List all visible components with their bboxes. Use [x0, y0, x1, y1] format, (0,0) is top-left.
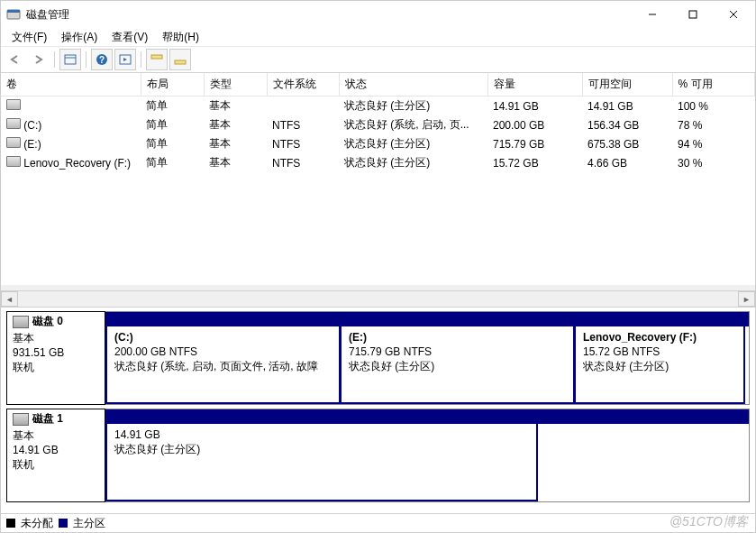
cell-fs: NTFS — [267, 134, 339, 153]
cell-free: 14.91 GB — [582, 96, 672, 116]
partition[interactable]: (C:)200.00 GB NTFS状态良好 (系统, 启动, 页面文件, 活动… — [105, 326, 340, 404]
separator — [141, 51, 141, 68]
col-volume[interactable]: 卷 — [1, 73, 141, 96]
col-fs[interactable]: 文件系统 — [267, 73, 339, 96]
cell-capacity: 15.72 GB — [487, 153, 582, 172]
legend: 未分配 主分区 — [1, 513, 755, 532]
drive-icon — [6, 137, 21, 148]
partition-name: (C:) — [114, 330, 332, 345]
svg-rect-3 — [689, 11, 697, 18]
volume-list[interactable]: 卷 布局 类型 文件系统 状态 容量 可用空间 % 可用 简单基本状态良好 (主… — [1, 73, 755, 290]
cell-pct: 100 % — [672, 96, 755, 116]
cell-pct: 30 % — [672, 153, 755, 172]
cell-free: 156.34 GB — [582, 115, 672, 134]
legend-unallocated-label: 未分配 — [21, 516, 53, 531]
cell-capacity: 715.79 GB — [487, 134, 582, 153]
menu-view[interactable]: 查看(V) — [105, 28, 155, 47]
drive-icon — [6, 99, 21, 110]
cell-capacity: 200.00 GB — [487, 115, 582, 134]
cell-layout: 简单 — [141, 115, 204, 134]
col-status[interactable]: 状态 — [339, 73, 487, 96]
cell-layout: 简单 — [141, 134, 204, 153]
separator — [54, 51, 55, 68]
partition[interactable]: (E:)715.79 GB NTFS状态良好 (主分区) — [340, 326, 574, 404]
disk-row[interactable]: 磁盘 0基本931.51 GB联机(C:)200.00 GB NTFS状态良好 … — [6, 311, 750, 405]
partition[interactable]: 14.91 GB状态良好 (主分区) — [105, 424, 538, 501]
refresh-button[interactable] — [114, 49, 136, 70]
col-pct[interactable]: % 可用 — [672, 73, 755, 96]
partition[interactable]: Lenovo_Recovery (F:)15.72 GB NTFS状态良好 (主… — [574, 326, 745, 404]
nav-back-button[interactable] — [5, 49, 26, 70]
close-button[interactable] — [713, 1, 753, 28]
disk-header[interactable]: 磁盘 1基本14.91 GB联机 — [6, 409, 105, 502]
svg-rect-12 — [175, 60, 186, 64]
maximize-button[interactable] — [672, 1, 713, 28]
menu-file[interactable]: 文件(F) — [5, 28, 54, 47]
volume-name: (C:) — [23, 119, 41, 132]
scroll-track[interactable] — [18, 291, 738, 307]
col-layout[interactable]: 布局 — [141, 73, 204, 96]
nav-forward-button[interactable] — [28, 49, 50, 70]
svg-rect-6 — [65, 55, 76, 64]
partition-size: 14.91 GB — [114, 427, 529, 442]
cell-pct: 94 % — [672, 134, 755, 153]
table-row[interactable]: (C:)简单基本NTFS状态良好 (系统, 启动, 页...200.00 GB1… — [1, 115, 755, 134]
drive-icon — [6, 118, 21, 129]
disk-state: 联机 — [13, 457, 99, 472]
col-type[interactable]: 类型 — [204, 73, 267, 96]
svg-text:?: ? — [99, 55, 105, 65]
partition-header-bar — [105, 409, 749, 424]
table-row[interactable]: Lenovo_Recovery (F:)简单基本NTFS状态良好 (主分区)15… — [1, 153, 755, 172]
partition-status: 状态良好 (系统, 启动, 页面文件, 活动, 故障 — [114, 359, 332, 373]
partition-status: 状态良好 (主分区) — [349, 359, 566, 373]
partition-bar: (C:)200.00 GB NTFS状态良好 (系统, 启动, 页面文件, 活动… — [105, 311, 750, 405]
toolbar: ? — [1, 47, 755, 73]
cell-status: 状态良好 (主分区) — [339, 153, 487, 172]
disk-row[interactable]: 磁盘 1基本14.91 GB联机14.91 GB状态良好 (主分区) — [6, 409, 750, 502]
cell-status: 状态良好 (主分区) — [339, 134, 487, 153]
disk-size: 14.91 GB — [13, 443, 99, 457]
scroll-right-icon[interactable]: ► — [738, 291, 755, 307]
cell-type: 基本 — [204, 134, 267, 153]
disk-header[interactable]: 磁盘 0基本931.51 GB联机 — [6, 311, 105, 405]
table-row[interactable]: 简单基本状态良好 (主分区)14.91 GB14.91 GB100 % — [1, 96, 755, 116]
col-free[interactable]: 可用空间 — [582, 73, 672, 96]
disk-icon — [13, 316, 29, 328]
drive-icon — [6, 156, 21, 167]
cell-free: 4.66 GB — [582, 153, 672, 172]
settings-top-button[interactable] — [146, 49, 168, 70]
cell-type: 基本 — [204, 153, 267, 172]
settings-bottom-button[interactable] — [169, 49, 191, 70]
volume-name: (E:) — [23, 138, 41, 151]
partition-header-bar — [105, 312, 749, 326]
partition-name: (E:) — [349, 330, 566, 345]
disk-graphic-view[interactable]: 磁盘 0基本931.51 GB联机(C:)200.00 GB NTFS状态良好 … — [1, 307, 755, 513]
cell-layout: 简单 — [141, 96, 204, 116]
list-scrollbar[interactable]: ◄ ► — [1, 290, 755, 307]
cell-fs — [267, 96, 339, 116]
table-row[interactable]: (E:)简单基本NTFS状态良好 (主分区)715.79 GB675.38 GB… — [1, 134, 755, 153]
partition-name: Lenovo_Recovery (F:) — [583, 330, 736, 345]
menu-help[interactable]: 帮助(H) — [155, 28, 206, 47]
minimize-button[interactable] — [632, 1, 672, 28]
col-capacity[interactable]: 容量 — [487, 73, 582, 96]
column-header-row[interactable]: 卷 布局 类型 文件系统 状态 容量 可用空间 % 可用 — [1, 73, 755, 96]
scroll-left-icon[interactable]: ◄ — [1, 291, 18, 307]
cell-status: 状态良好 (系统, 启动, 页... — [339, 115, 487, 134]
disk-size: 931.51 GB — [13, 345, 99, 360]
disk-icon — [13, 413, 29, 426]
svg-rect-11 — [151, 55, 162, 59]
volume-name: Lenovo_Recovery (F:) — [23, 157, 131, 170]
titlebar: 磁盘管理 — [1, 1, 755, 28]
cell-capacity: 14.91 GB — [487, 96, 582, 116]
menu-action[interactable]: 操作(A) — [54, 28, 105, 47]
menubar: 文件(F) 操作(A) 查看(V) 帮助(H) — [1, 28, 755, 47]
disk-type: 基本 — [13, 331, 99, 345]
partition-size: 15.72 GB NTFS — [583, 345, 736, 359]
cell-type: 基本 — [204, 96, 267, 116]
view-list-button[interactable] — [59, 49, 81, 70]
separator — [86, 51, 87, 68]
partition-bar: 14.91 GB状态良好 (主分区) — [105, 409, 750, 502]
help-button[interactable]: ? — [91, 49, 113, 70]
disk-type: 基本 — [13, 428, 99, 443]
